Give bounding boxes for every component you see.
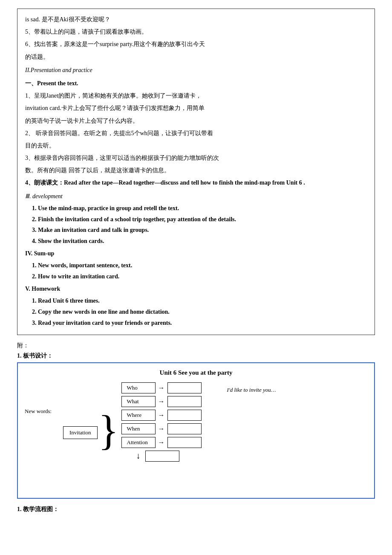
sumup-item-2: How to write an invitation card. — [38, 272, 367, 282]
section-one: 一、Present the text. — [25, 78, 367, 89]
curly-brace: } — [98, 409, 119, 452]
attention-arrow: → — [158, 439, 165, 446]
line-6: invitation card.卡片上会写了些什么呢？请孩子们发挥想象力，用简单 — [25, 103, 367, 113]
board-inner: New words: Invitation } Who → — [25, 382, 367, 462]
wh-item-when: When → — [121, 423, 202, 434]
line-7: 的英语句子说一说卡片上会写了什么内容。 — [25, 116, 367, 126]
who-arrow: → — [158, 384, 165, 392]
where-arrow: → — [158, 411, 165, 419]
wh-item-who: Who → — [121, 382, 202, 393]
new-words-label: New words: — [25, 382, 59, 415]
dev-item-2: Finish the invitation card of a school t… — [38, 214, 367, 225]
main-content-box: is sad. 是不是Aki很不受欢迎呢？ 5、带着以上的问题，请孩子们观看故事… — [17, 9, 375, 335]
last-label: 1. 教学流程图： — [17, 506, 375, 513]
attention-answer-box — [167, 437, 202, 448]
hw-item-3: Read your invitation card to your friend… — [38, 318, 367, 328]
line-11: 数。所有的问题 回答了以后，就是这张邀请卡的信息。 — [25, 165, 367, 176]
line-10: 3、根据录音内容回答问题，这里可以适当的根据孩子们的能力增加听的次 — [25, 153, 367, 163]
section-v: V. Homework — [25, 283, 367, 294]
dev-item-3: Make an invitation card and talk in grou… — [38, 225, 367, 235]
wh-item-what: What → — [121, 396, 202, 407]
bottom-arrow-icon: → — [133, 452, 143, 460]
what-arrow: → — [158, 398, 165, 405]
section-ii: II.Presentation and practice — [25, 65, 367, 75]
section-iii: Ⅲ. development — [25, 191, 367, 202]
dev-item-1: Use the mind-map, practice in group and … — [38, 203, 367, 214]
where-answer-box — [167, 410, 202, 421]
development-list: Use the mind-map, practice in group and … — [38, 203, 367, 246]
line-9: 目的去听。 — [25, 140, 367, 151]
line-5: 1、呈现Janet的图片，简述和她有关的故事。她收到了一张邀请卡， — [25, 90, 367, 101]
when-answer-box — [167, 423, 202, 434]
who-box: Who — [121, 382, 156, 393]
bottom-answer-box — [145, 451, 179, 462]
homework-list: Read Unit 6 three times. Copy the new wo… — [38, 296, 367, 328]
line-8: 2、 听录音回答问题。在听之前，先提出5个wh问题，让孩子们可以带着 — [25, 128, 367, 139]
wh-items-column: Who → What → Where → — [121, 382, 202, 462]
what-box: What — [121, 396, 156, 407]
right-side-text: I'd like to invite you… — [227, 382, 276, 393]
board-title: Unit 6 See you at the party — [25, 369, 367, 376]
board-design-label: 1. 板书设计： — [17, 352, 375, 360]
wh-item-where: Where → — [121, 410, 202, 421]
sumup-list: New words, important sentence, text. How… — [38, 260, 367, 282]
line-2: 5、带着以上的问题，请孩子们观看故事动画。 — [25, 26, 367, 37]
invitation-box: Invitation — [63, 426, 98, 439]
line-1: is sad. 是不是Aki很不受欢迎呢？ — [25, 14, 367, 25]
wh-item-attention: Attention → — [121, 437, 202, 448]
attention-box: Attention — [121, 437, 156, 448]
where-box: Where — [121, 410, 156, 421]
what-answer-box — [167, 396, 202, 407]
section-iv: IV. Sum-up — [25, 248, 367, 259]
bottom-arrow-row: → — [134, 451, 202, 462]
page-wrapper: is sad. 是不是Aki很不受欢迎呢？ 5、带着以上的问题，请孩子们观看故事… — [0, 0, 392, 522]
when-box: When — [121, 423, 156, 434]
sumup-item-1: New words, important sentence, text. — [38, 260, 367, 271]
hw-item-2: Copy the new words in one line and home … — [38, 307, 367, 317]
board-design-box: Unit 6 See you at the party New words: I… — [17, 362, 375, 499]
footnote-label: 附： — [17, 342, 375, 350]
line-4: 的话题。 — [25, 52, 367, 62]
line-3: 6、找出答案，原来这是一个surprise party.用这个有趣的故事引出今天 — [25, 39, 367, 49]
who-answer-box — [167, 382, 202, 393]
hw-item-1: Read Unit 6 three times. — [38, 296, 367, 306]
invitation-section: Invitation } Who → What → — [63, 382, 202, 462]
when-arrow: → — [158, 425, 165, 433]
line-12: 4、朗读课文：Read after the tape—Read together… — [25, 177, 367, 188]
dev-item-4: Show the invitation cards. — [38, 236, 367, 246]
